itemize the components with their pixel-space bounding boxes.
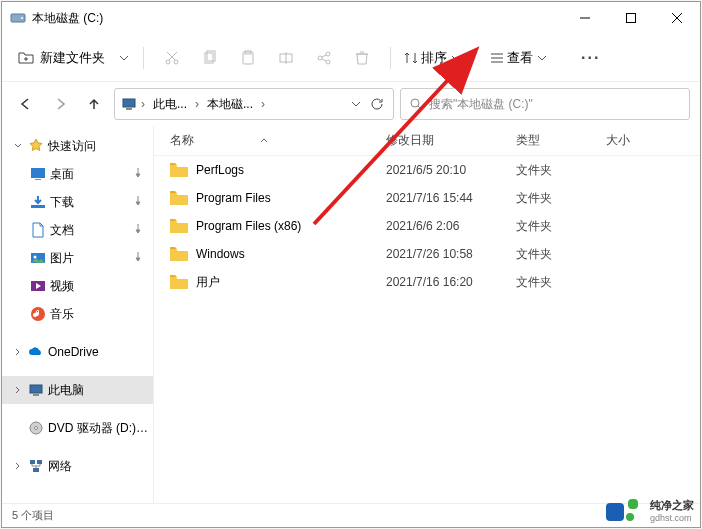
sidebar-label: 文档 [50,222,74,239]
column-size[interactable]: 大小 [606,132,666,149]
cloud-icon [28,344,44,360]
content-pane: 名称 修改日期 类型 大小 PerfLogs 2021/6/5 20:10 文件… [154,126,700,503]
svg-rect-35 [35,179,41,180]
explorer-window: 本地磁盘 (C:) 新建文件夹 排序 查看 [1,1,701,528]
new-dropdown[interactable] [117,51,131,65]
sidebar-label: 视频 [50,278,74,295]
maximize-button[interactable] [608,2,654,34]
file-date: 2021/7/26 10:58 [386,247,516,261]
file-name: Windows [196,247,245,261]
refresh-button[interactable] [367,90,387,118]
search-box[interactable]: 搜索"本地磁盘 (C:)" [400,88,690,120]
sidebar-label: 桌面 [50,166,74,183]
disk-icon [10,10,26,26]
copy-button[interactable] [194,42,226,74]
rename-button[interactable] [270,42,302,74]
file-name: 用户 [196,274,220,291]
svg-point-38 [34,256,37,259]
svg-rect-42 [33,394,39,396]
folder-icon [170,191,188,205]
sidebar-item-music[interactable]: 音乐 [2,300,153,328]
svg-point-32 [411,99,419,107]
chevron-right-icon [12,348,24,356]
svg-point-20 [326,60,330,64]
breadcrumb-disk[interactable]: 本地磁... [203,94,257,115]
delete-button[interactable] [346,42,378,74]
star-icon [28,138,44,154]
chevron-down-icon [449,51,463,65]
svg-rect-34 [31,168,45,178]
pin-icon [133,167,143,181]
search-placeholder: 搜索"本地磁盘 (C:)" [429,96,533,113]
address-dropdown[interactable] [349,97,363,111]
svg-point-8 [166,60,170,64]
sidebar-label: 快速访问 [48,138,96,155]
file-type: 文件夹 [516,162,606,179]
view-button[interactable]: 查看 [489,49,549,67]
forward-button[interactable] [46,90,74,118]
column-type[interactable]: 类型 [516,132,606,149]
column-name[interactable]: 名称 [170,132,386,149]
sidebar-item-network[interactable]: 网络 [2,452,153,480]
folder-icon [170,275,188,289]
sidebar-label: OneDrive [48,345,99,359]
svg-point-19 [326,52,330,56]
chevron-right-icon [12,462,24,470]
share-button[interactable] [308,42,340,74]
sort-button[interactable]: 排序 [403,49,463,67]
file-name: PerfLogs [196,163,244,177]
new-folder-button[interactable]: 新建文件夹 [12,45,111,71]
file-row[interactable]: Program Files 2021/7/16 15:44 文件夹 [154,184,700,212]
pc-icon [121,96,137,112]
sidebar-item-this-pc[interactable]: 此电脑 [2,376,153,404]
cut-button[interactable] [156,42,188,74]
paste-button[interactable] [232,42,264,74]
svg-rect-41 [30,385,42,393]
file-row[interactable]: Program Files (x86) 2021/6/6 2:06 文件夹 [154,212,700,240]
sidebar-item-dvd[interactable]: DVD 驱动器 (D:) CF [2,414,153,442]
chevron-down-icon [12,142,24,150]
folder-icon [170,163,188,177]
file-list: PerfLogs 2021/6/5 20:10 文件夹 Program File… [154,156,700,503]
sidebar-item-videos[interactable]: 视频 [2,272,153,300]
sidebar-item-quick-access[interactable]: 快速访问 [2,132,153,160]
up-button[interactable] [80,90,108,118]
music-icon [30,306,46,322]
file-name: Program Files [196,191,271,205]
sidebar-item-onedrive[interactable]: OneDrive [2,338,153,366]
minimize-button[interactable] [562,2,608,34]
svg-line-33 [418,106,422,110]
file-date: 2021/7/16 16:20 [386,275,516,289]
column-date[interactable]: 修改日期 [386,132,516,149]
separator [390,47,391,69]
sidebar-item-downloads[interactable]: 下载 [2,188,153,216]
breadcrumb-pc[interactable]: 此电... [149,94,191,115]
file-type: 文件夹 [516,274,606,291]
chevron-right-icon [12,386,24,394]
file-row[interactable]: Windows 2021/7/26 10:58 文件夹 [154,240,700,268]
separator [143,47,144,69]
pin-icon [133,223,143,237]
downloads-icon [30,194,46,210]
svg-rect-30 [123,99,135,107]
address-bar[interactable]: › 此电... › 本地磁... › [114,88,394,120]
close-button[interactable] [654,2,700,34]
pc-icon [28,382,44,398]
search-icon [409,97,423,111]
file-type: 文件夹 [516,246,606,263]
more-button[interactable]: ··· [575,49,606,67]
file-row[interactable]: 用户 2021/7/16 16:20 文件夹 [154,268,700,296]
back-button[interactable] [12,90,40,118]
documents-icon [30,222,46,238]
chevron-right-icon: › [261,97,265,111]
sidebar-label: DVD 驱动器 (D:) CF [48,420,148,437]
sidebar-item-desktop[interactable]: 桌面 [2,160,153,188]
pictures-icon [30,250,46,266]
sidebar-item-documents[interactable]: 文档 [2,216,153,244]
file-type: 文件夹 [516,190,606,207]
sidebar-label: 图片 [50,250,74,267]
sidebar-item-pictures[interactable]: 图片 [2,244,153,272]
svg-rect-31 [126,108,132,110]
file-row[interactable]: PerfLogs 2021/6/5 20:10 文件夹 [154,156,700,184]
sort-label: 排序 [421,49,447,67]
